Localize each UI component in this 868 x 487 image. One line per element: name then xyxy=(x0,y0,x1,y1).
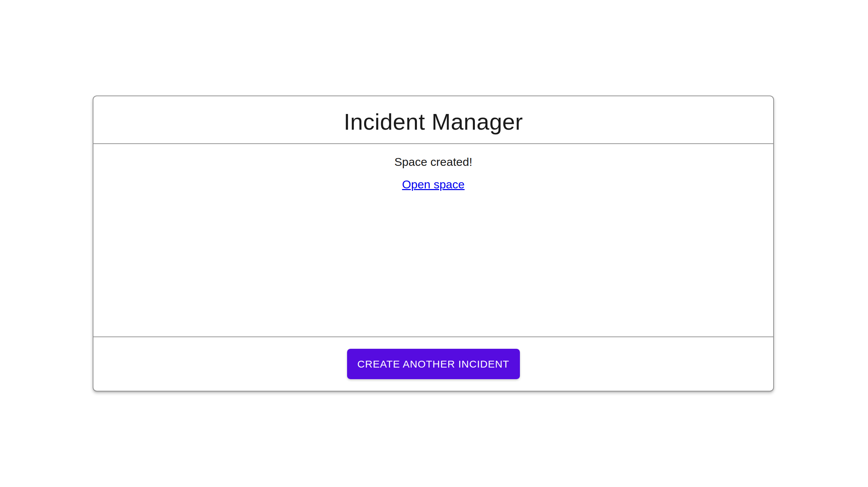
card-footer: CREATE ANOTHER INCIDENT xyxy=(93,337,773,391)
status-message: Space created! xyxy=(93,154,773,169)
card-header: Incident Manager xyxy=(93,96,773,143)
incident-manager-card: Incident Manager Space created! Open spa… xyxy=(93,96,774,391)
create-another-incident-button[interactable]: CREATE ANOTHER INCIDENT xyxy=(347,349,520,379)
page-title: Incident Manager xyxy=(344,109,523,135)
card-content: Space created! Open space xyxy=(93,144,773,336)
open-space-link[interactable]: Open space xyxy=(402,177,464,192)
page-background: Incident Manager Space created! Open spa… xyxy=(0,0,868,487)
